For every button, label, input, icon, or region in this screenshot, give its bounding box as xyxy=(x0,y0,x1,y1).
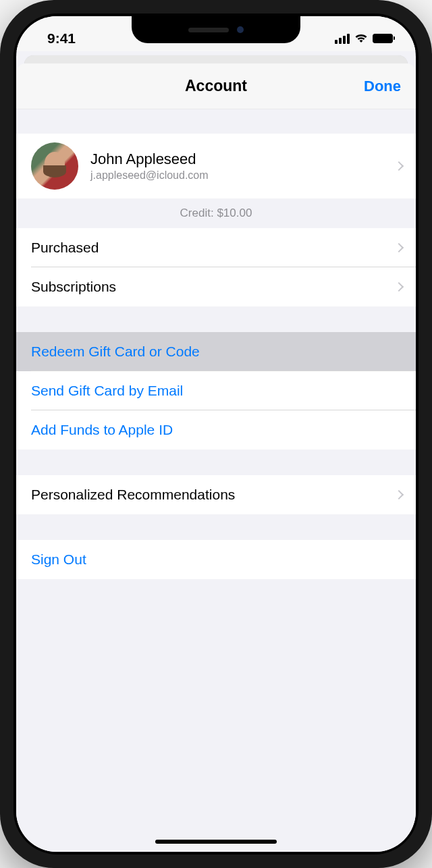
home-indicator[interactable] xyxy=(155,840,277,844)
chevron-right-icon xyxy=(394,282,404,292)
sign-out-label: Sign Out xyxy=(31,551,86,568)
purchased-label: Purchased xyxy=(31,240,99,256)
battery-icon xyxy=(373,34,393,43)
profile-name: John Appleseed xyxy=(90,151,209,168)
notch xyxy=(132,16,300,43)
add-funds-label: Add Funds to Apple ID xyxy=(31,422,173,438)
purchased-row[interactable]: Purchased xyxy=(16,228,416,267)
chevron-right-icon xyxy=(394,490,404,499)
profile-email: j.appleseed@icloud.com xyxy=(90,169,209,182)
front-camera xyxy=(237,26,244,33)
chevron-right-icon xyxy=(394,161,404,171)
avatar xyxy=(31,142,78,190)
redeem-gift-card-row[interactable]: Redeem Gift Card or Code xyxy=(16,332,416,371)
done-button[interactable]: Done xyxy=(364,78,401,95)
profile-row[interactable]: John Appleseed j.appleseed@icloud.com xyxy=(16,134,416,198)
speaker-grille xyxy=(188,28,229,32)
screen: 9:41 Account Done xyxy=(16,16,416,852)
wifi-icon xyxy=(354,34,368,43)
chevron-right-icon xyxy=(394,243,404,252)
send-gift-card-row[interactable]: Send Gift Card by Email xyxy=(16,371,416,410)
personalized-label: Personalized Recommendations xyxy=(31,487,235,503)
credit-label: Credit: $10.00 xyxy=(16,198,416,228)
sign-out-row[interactable]: Sign Out xyxy=(16,540,416,579)
send-gift-label: Send Gift Card by Email xyxy=(31,383,183,399)
status-time: 9:41 xyxy=(47,30,76,47)
add-funds-row[interactable]: Add Funds to Apple ID xyxy=(16,410,416,450)
cellular-signal-icon xyxy=(335,34,350,44)
device-frame: 9:41 Account Done xyxy=(0,0,432,868)
redeem-label: Redeem Gift Card or Code xyxy=(31,344,200,360)
subscriptions-row[interactable]: Subscriptions xyxy=(16,267,416,306)
status-icons xyxy=(335,34,393,44)
nav-header: Account Done xyxy=(16,63,416,109)
page-title: Account xyxy=(185,77,247,95)
personalized-recommendations-row[interactable]: Personalized Recommendations xyxy=(16,475,416,514)
account-sheet: Account Done John Appleseed j.appleseed@… xyxy=(16,63,416,852)
subscriptions-label: Subscriptions xyxy=(31,279,116,295)
